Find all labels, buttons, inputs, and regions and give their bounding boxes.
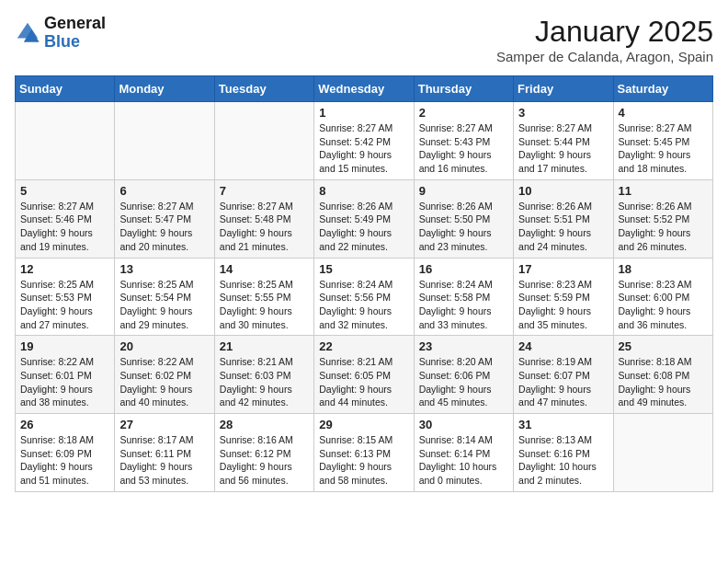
weekday-header-row: SundayMondayTuesdayWednesdayThursdayFrid… — [16, 76, 713, 102]
day-number: 2 — [419, 106, 508, 120]
calendar-cell: 14Sunrise: 8:25 AMSunset: 5:55 PMDayligh… — [214, 258, 313, 336]
calendar-cell: 31Sunrise: 8:13 AMSunset: 6:16 PMDayligh… — [514, 414, 613, 492]
calendar-cell: 25Sunrise: 8:18 AMSunset: 6:08 PMDayligh… — [613, 336, 712, 414]
day-number: 7 — [220, 184, 309, 198]
day-info: Sunrise: 8:27 AMSunset: 5:46 PMDaylight:… — [20, 200, 109, 254]
day-number: 15 — [319, 262, 408, 276]
calendar-cell: 6Sunrise: 8:27 AMSunset: 5:47 PMDaylight… — [115, 179, 214, 258]
day-info: Sunrise: 8:27 AMSunset: 5:48 PMDaylight:… — [220, 200, 309, 254]
logo-blue: Blue — [44, 33, 106, 52]
day-info: Sunrise: 8:23 AMSunset: 6:00 PMDaylight:… — [619, 278, 708, 332]
weekday-saturday: Saturday — [613, 76, 712, 102]
calendar-cell: 1Sunrise: 8:27 AMSunset: 5:42 PMDaylight… — [314, 102, 414, 180]
day-number: 26 — [20, 418, 109, 431]
calendar-week-1: 1Sunrise: 8:27 AMSunset: 5:42 PMDaylight… — [16, 102, 713, 180]
calendar-cell — [214, 102, 313, 180]
logo-text: General Blue — [44, 15, 106, 52]
day-info: Sunrise: 8:26 AMSunset: 5:52 PMDaylight:… — [619, 200, 708, 254]
calendar-cell: 30Sunrise: 8:14 AMSunset: 6:14 PMDayligh… — [414, 414, 513, 492]
day-number: 18 — [619, 262, 708, 276]
calendar: SundayMondayTuesdayWednesdayThursdayFrid… — [15, 75, 713, 492]
day-info: Sunrise: 8:27 AMSunset: 5:45 PMDaylight:… — [619, 121, 708, 176]
day-number: 11 — [619, 184, 708, 198]
calendar-cell: 22Sunrise: 8:21 AMSunset: 6:05 PMDayligh… — [314, 336, 414, 414]
day-info: Sunrise: 8:27 AMSunset: 5:47 PMDaylight:… — [119, 200, 209, 254]
day-number: 3 — [518, 106, 608, 120]
calendar-cell: 18Sunrise: 8:23 AMSunset: 6:00 PMDayligh… — [613, 258, 712, 336]
day-info: Sunrise: 8:13 AMSunset: 6:16 PMDaylight:… — [518, 433, 608, 488]
day-info: Sunrise: 8:21 AMSunset: 6:03 PMDaylight:… — [220, 355, 309, 409]
day-number: 1 — [319, 106, 408, 120]
calendar-cell: 3Sunrise: 8:27 AMSunset: 5:44 PMDaylight… — [514, 102, 613, 180]
weekday-monday: Monday — [115, 76, 214, 102]
day-info: Sunrise: 8:25 AMSunset: 5:54 PMDaylight:… — [119, 278, 209, 332]
calendar-cell: 12Sunrise: 8:25 AMSunset: 5:53 PMDayligh… — [16, 258, 115, 336]
day-number: 17 — [518, 262, 608, 276]
day-number: 8 — [319, 184, 408, 198]
weekday-sunday: Sunday — [16, 76, 115, 102]
day-info: Sunrise: 8:18 AMSunset: 6:09 PMDaylight:… — [20, 433, 109, 488]
weekday-wednesday: Wednesday — [314, 76, 414, 102]
day-number: 13 — [119, 262, 209, 276]
day-number: 29 — [319, 418, 408, 431]
day-number: 21 — [220, 339, 309, 353]
day-info: Sunrise: 8:24 AMSunset: 5:58 PMDaylight:… — [419, 278, 508, 332]
logo-general: General — [44, 15, 106, 33]
day-number: 19 — [20, 339, 109, 353]
logo: General Blue — [15, 15, 106, 52]
day-number: 12 — [20, 262, 109, 276]
day-info: Sunrise: 8:25 AMSunset: 5:55 PMDaylight:… — [220, 278, 309, 332]
day-info: Sunrise: 8:26 AMSunset: 5:51 PMDaylight:… — [518, 200, 608, 254]
day-info: Sunrise: 8:16 AMSunset: 6:12 PMDaylight:… — [220, 433, 309, 488]
weekday-tuesday: Tuesday — [214, 76, 313, 102]
calendar-cell: 8Sunrise: 8:26 AMSunset: 5:49 PMDaylight… — [314, 179, 414, 258]
calendar-body: 1Sunrise: 8:27 AMSunset: 5:42 PMDaylight… — [16, 102, 713, 492]
page-header: General Blue January 2025 Samper de Cala… — [15, 15, 713, 64]
calendar-cell: 15Sunrise: 8:24 AMSunset: 5:56 PMDayligh… — [314, 258, 414, 336]
calendar-cell — [613, 414, 712, 492]
location: Samper de Calanda, Aragon, Spain — [496, 49, 713, 64]
title-block: January 2025 Samper de Calanda, Aragon, … — [496, 15, 713, 64]
weekday-thursday: Thursday — [414, 76, 513, 102]
day-info: Sunrise: 8:21 AMSunset: 6:05 PMDaylight:… — [319, 355, 408, 409]
calendar-week-4: 19Sunrise: 8:22 AMSunset: 6:01 PMDayligh… — [16, 336, 713, 414]
day-number: 27 — [119, 418, 209, 431]
calendar-cell: 4Sunrise: 8:27 AMSunset: 5:45 PMDaylight… — [613, 102, 712, 180]
day-info: Sunrise: 8:23 AMSunset: 5:59 PMDaylight:… — [518, 278, 608, 332]
calendar-cell: 2Sunrise: 8:27 AMSunset: 5:43 PMDaylight… — [414, 102, 513, 180]
calendar-week-3: 12Sunrise: 8:25 AMSunset: 5:53 PMDayligh… — [16, 258, 713, 336]
day-info: Sunrise: 8:15 AMSunset: 6:13 PMDaylight:… — [319, 433, 408, 488]
day-number: 14 — [220, 262, 309, 276]
day-number: 28 — [220, 418, 309, 431]
day-number: 30 — [419, 418, 508, 431]
calendar-cell — [16, 102, 115, 180]
calendar-cell — [115, 102, 214, 180]
day-info: Sunrise: 8:24 AMSunset: 5:56 PMDaylight:… — [319, 278, 408, 332]
day-info: Sunrise: 8:26 AMSunset: 5:50 PMDaylight:… — [419, 200, 508, 254]
day-number: 16 — [419, 262, 508, 276]
day-number: 10 — [518, 184, 608, 198]
calendar-cell: 5Sunrise: 8:27 AMSunset: 5:46 PMDaylight… — [16, 179, 115, 258]
day-number: 25 — [619, 339, 708, 353]
day-number: 4 — [619, 106, 708, 120]
calendar-week-2: 5Sunrise: 8:27 AMSunset: 5:46 PMDaylight… — [16, 179, 713, 258]
calendar-cell: 11Sunrise: 8:26 AMSunset: 5:52 PMDayligh… — [613, 179, 712, 258]
day-info: Sunrise: 8:27 AMSunset: 5:44 PMDaylight:… — [518, 121, 608, 176]
calendar-cell: 24Sunrise: 8:19 AMSunset: 6:07 PMDayligh… — [514, 336, 613, 414]
day-info: Sunrise: 8:27 AMSunset: 5:42 PMDaylight:… — [319, 121, 408, 176]
day-number: 9 — [419, 184, 508, 198]
calendar-cell: 13Sunrise: 8:25 AMSunset: 5:54 PMDayligh… — [115, 258, 214, 336]
calendar-cell: 26Sunrise: 8:18 AMSunset: 6:09 PMDayligh… — [16, 414, 115, 492]
logo-icon — [15, 20, 40, 46]
calendar-cell: 21Sunrise: 8:21 AMSunset: 6:03 PMDayligh… — [214, 336, 313, 414]
day-info: Sunrise: 8:17 AMSunset: 6:11 PMDaylight:… — [119, 433, 209, 488]
day-info: Sunrise: 8:22 AMSunset: 6:01 PMDaylight:… — [20, 355, 109, 409]
calendar-cell: 19Sunrise: 8:22 AMSunset: 6:01 PMDayligh… — [16, 336, 115, 414]
calendar-week-5: 26Sunrise: 8:18 AMSunset: 6:09 PMDayligh… — [16, 414, 713, 492]
calendar-cell: 28Sunrise: 8:16 AMSunset: 6:12 PMDayligh… — [214, 414, 313, 492]
day-number: 20 — [119, 339, 209, 353]
calendar-cell: 9Sunrise: 8:26 AMSunset: 5:50 PMDaylight… — [414, 179, 513, 258]
day-number: 23 — [419, 339, 508, 353]
day-info: Sunrise: 8:26 AMSunset: 5:49 PMDaylight:… — [319, 200, 408, 254]
day-number: 5 — [20, 184, 109, 198]
